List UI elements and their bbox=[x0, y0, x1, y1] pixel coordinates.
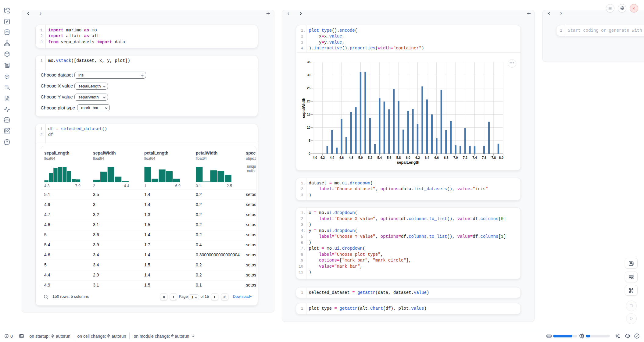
svg-text:25: 25 bbox=[307, 86, 310, 90]
svg-text:5.6: 5.6 bbox=[387, 155, 392, 159]
svg-text:7.0: 7.0 bbox=[453, 155, 458, 159]
svg-text:5.8: 5.8 bbox=[396, 155, 401, 159]
svg-text:6.2: 6.2 bbox=[415, 155, 420, 159]
svg-text:35: 35 bbox=[307, 60, 310, 64]
svg-text:4.4: 4.4 bbox=[330, 155, 335, 159]
svg-text:15: 15 bbox=[307, 112, 310, 116]
svg-text:6.0: 6.0 bbox=[406, 155, 410, 159]
svg-text:30: 30 bbox=[307, 73, 310, 77]
svg-text:10: 10 bbox=[307, 126, 310, 129]
svg-text:sepalWidth: sepalWidth bbox=[302, 98, 306, 118]
svg-text:sepalLength: sepalLength bbox=[397, 160, 419, 164]
svg-text:5.4: 5.4 bbox=[377, 155, 382, 159]
svg-text:5.0: 5.0 bbox=[358, 155, 363, 159]
svg-text:5.2: 5.2 bbox=[368, 155, 372, 159]
svg-text:6.6: 6.6 bbox=[434, 155, 439, 159]
svg-text:4.8: 4.8 bbox=[349, 155, 353, 159]
svg-text:7.2: 7.2 bbox=[463, 155, 467, 159]
svg-text:8.0: 8.0 bbox=[499, 155, 503, 159]
svg-text:0: 0 bbox=[309, 152, 310, 155]
svg-text:4.2: 4.2 bbox=[320, 155, 325, 159]
svg-text:7.8: 7.8 bbox=[491, 155, 496, 159]
svg-text:4.6: 4.6 bbox=[339, 155, 344, 159]
svg-text:6.4: 6.4 bbox=[425, 155, 429, 159]
svg-text:4.0: 4.0 bbox=[313, 155, 317, 159]
svg-text:6.8: 6.8 bbox=[444, 155, 449, 159]
svg-text:7.6: 7.6 bbox=[482, 155, 486, 159]
svg-text:20: 20 bbox=[307, 99, 310, 103]
svg-text:5: 5 bbox=[309, 139, 310, 142]
svg-text:7.4: 7.4 bbox=[472, 155, 477, 159]
